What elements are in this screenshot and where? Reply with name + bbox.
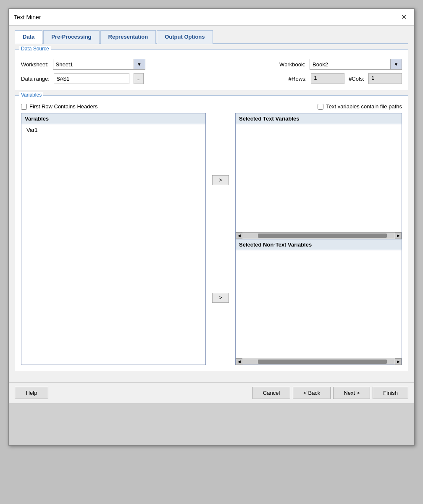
selected-nontext-panel: Selected Non-Text Variables ◀ ▶: [235, 239, 402, 365]
rows-value: 1: [311, 73, 344, 84]
tab-preprocessing[interactable]: Pre-Processing: [43, 30, 99, 44]
middle-buttons-area: > >: [206, 113, 235, 365]
bottom-bar: Help Cancel < Back Next > Finish: [9, 382, 414, 403]
scroll-handle-nontext: [258, 360, 387, 364]
worksheet-label: Worksheet:: [21, 61, 49, 68]
workbook-label: Workbook:: [279, 61, 305, 68]
variables-list-body: Var1: [21, 124, 205, 365]
right-panels: Selected Text Variables ◀ ▶: [235, 113, 402, 365]
finish-button[interactable]: Finish: [373, 387, 408, 399]
selected-text-header: Selected Text Variables: [236, 113, 402, 124]
main-window: Text Miner ✕ Data Pre-Processing Represe…: [8, 8, 415, 446]
workbook-select[interactable]: Book2: [310, 59, 402, 70]
file-paths-checkbox-item: Text variables contain file paths: [318, 103, 402, 110]
data-range-dots-button[interactable]: ...: [134, 73, 144, 84]
cancel-button[interactable]: Cancel: [252, 387, 290, 399]
help-button[interactable]: Help: [15, 387, 48, 399]
cols-label: #Cols:: [349, 76, 364, 82]
first-row-checkbox-item: First Row Contains Headers: [21, 103, 98, 110]
button-group: Cancel < Back Next > Finish: [252, 387, 408, 399]
scroll-track-nontext: [243, 360, 394, 364]
scroll-left-arrow-nontext[interactable]: ◀: [236, 358, 242, 365]
variables-list-header: Variables: [21, 113, 205, 124]
variables-section: Variables First Row Contains Headers Tex…: [15, 95, 408, 371]
data-source-legend: Data Source: [19, 46, 51, 52]
rows-label: #Rows:: [289, 76, 307, 82]
back-button[interactable]: < Back: [293, 387, 331, 399]
tab-representation[interactable]: Representation: [100, 30, 156, 44]
variables-layout: Variables Var1 > > Selected Text Variabl…: [21, 113, 402, 365]
selected-text-scrollbar: ◀ ▶: [236, 232, 402, 239]
checkbox-row: First Row Contains Headers Text variable…: [21, 103, 402, 110]
variables-legend: Variables: [19, 92, 43, 98]
selected-text-panel: Selected Text Variables ◀ ▶: [235, 113, 402, 239]
file-paths-label: Text variables contain file paths: [326, 103, 402, 110]
selected-nontext-header: Selected Non-Text Variables: [236, 239, 402, 250]
first-row-checkbox[interactable]: [21, 104, 27, 110]
tab-output-options[interactable]: Output Options: [157, 30, 213, 44]
data-source-section: Data Source Worksheet: Sheet1 ▼ Workbook…: [15, 49, 408, 90]
selected-nontext-scrollbar: ◀ ▶: [236, 358, 402, 365]
scroll-left-arrow-text[interactable]: ◀: [236, 232, 242, 239]
variables-list-panel: Variables Var1: [21, 113, 206, 365]
move-to-text-button[interactable]: >: [212, 175, 229, 185]
next-button[interactable]: Next >: [333, 387, 370, 399]
list-item[interactable]: Var1: [25, 126, 202, 134]
content-area: Data Pre-Processing Representation Outpu…: [9, 26, 414, 382]
tab-data[interactable]: Data: [15, 30, 42, 44]
move-to-nontext-button[interactable]: >: [212, 293, 229, 303]
selected-nontext-body: [236, 250, 402, 358]
data-range-input[interactable]: [54, 73, 129, 84]
close-button[interactable]: ✕: [399, 13, 409, 21]
first-row-label: First Row Contains Headers: [29, 103, 98, 110]
title-bar: Text Miner ✕: [9, 9, 414, 26]
cols-value: 1: [368, 73, 402, 84]
scroll-right-arrow-nontext[interactable]: ▶: [395, 358, 402, 365]
bottom-gray-area: [9, 403, 414, 445]
tab-bar: Data Pre-Processing Representation Outpu…: [15, 30, 408, 44]
scroll-track-text: [243, 234, 394, 238]
scroll-handle-text: [258, 234, 387, 238]
selected-text-body: [236, 124, 402, 232]
scroll-right-arrow-text[interactable]: ▶: [395, 232, 402, 239]
window-title: Text Miner: [14, 14, 41, 21]
data-range-label: Data range:: [21, 76, 50, 82]
file-paths-checkbox[interactable]: [318, 104, 323, 110]
worksheet-select[interactable]: Sheet1: [53, 59, 145, 70]
